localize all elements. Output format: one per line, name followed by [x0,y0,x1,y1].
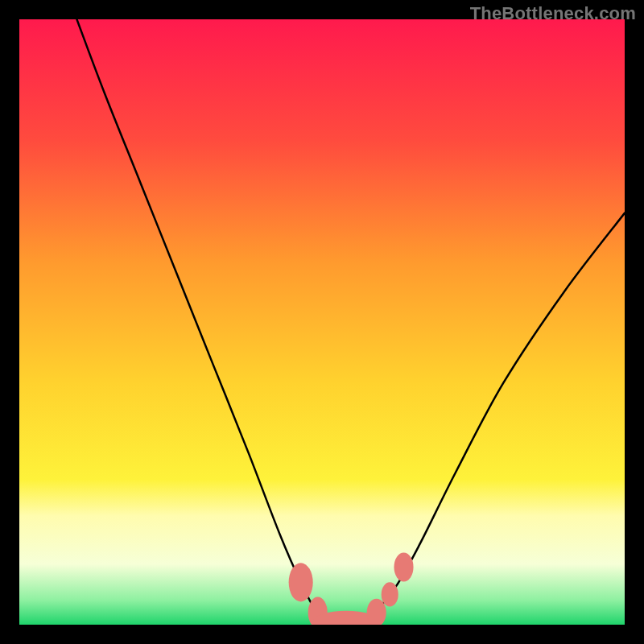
marker-5 [394,553,413,582]
chart-frame: TheBottleneck.com [0,0,644,644]
gradient-background [19,19,625,625]
plot-area [19,19,625,625]
marker-4 [382,582,398,606]
marker-0 [289,563,313,601]
chart-svg [19,19,625,625]
